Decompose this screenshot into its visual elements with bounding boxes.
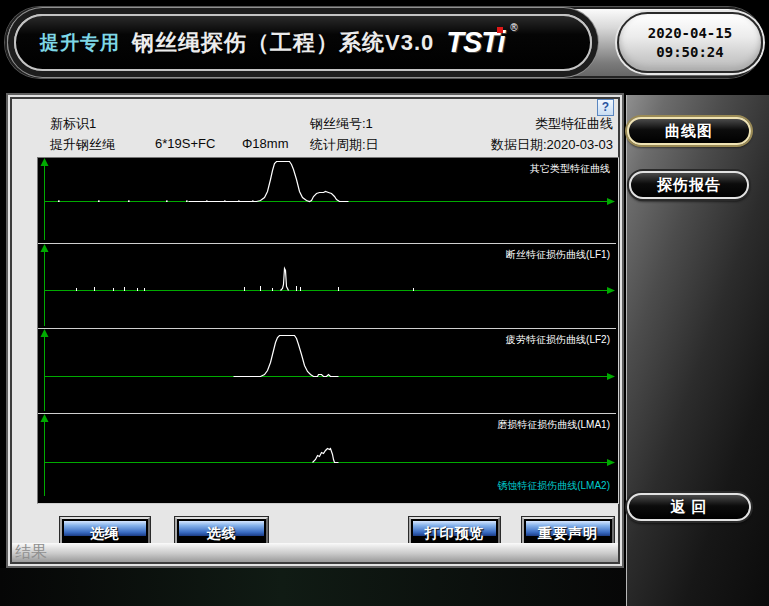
data-date: 数据日期:2020-03-03 [491,136,613,154]
panel-label: 断丝特征损伤曲线(LF1) [506,248,610,262]
back-button[interactable]: 返 回 [627,493,751,521]
date-text: 2020-04-15 [648,24,732,43]
chart-panel-1: 其它类型特征曲线 [38,158,616,243]
tsti-logo: TSTi® [446,26,516,59]
panel-label: 其它类型特征曲线 [530,162,610,176]
rope-spec: 6*19S+FC [155,136,215,151]
rope-diameter: Φ18mm [242,136,289,151]
curve-view-button[interactable]: 曲线图 [627,117,751,145]
app-title: 钢丝绳探伤（工程）系统V3.0 [132,28,434,58]
chart-panel-4: 磨损特征损伤曲线(LMA1)锈蚀特征损伤曲线(LMA2) [38,413,616,498]
status-strip: 结果 [12,543,618,562]
status-text: 结果 [15,542,47,563]
panel-label: 疲劳特征损伤曲线(LF2) [506,333,610,347]
rope-name: 提升钢丝绳 [50,136,115,154]
rope-label-name: 新标识1 [50,115,96,133]
sidebar: 曲线图 探伤报告 返 回 [626,95,769,606]
mode-badge: 提升专用 [40,30,120,56]
curve-type-label: 类型特征曲线 [535,115,613,133]
logo-red-dot [497,27,503,33]
rope-number: 钢丝绳号:1 [310,115,373,133]
stat-period: 统计周期:日 [310,136,379,154]
help-button[interactable]: ? [597,99,614,116]
panel-label-secondary: 锈蚀特征损伤曲线(LMA2) [497,479,610,493]
title-bar: 提升专用 钢丝绳探伤（工程）系统V3.0 TSTi® [14,14,592,71]
screen: { "colors": { "axis_green": "#00aa00", "… [0,0,769,606]
registered-mark: ® [510,22,516,33]
time-text: 09:50:24 [656,43,723,62]
report-button[interactable]: 探伤报告 [629,171,749,199]
chart-panel-2: 断丝特征损伤曲线(LF1) [38,243,616,328]
chart-area: 其它类型特征曲线断丝特征损伤曲线(LF1)疲劳特征损伤曲线(LF2)磨损特征损伤… [37,157,619,504]
bottom-strip [0,568,626,606]
chart-panel-3: 疲劳特征损伤曲线(LF2) [38,328,616,413]
panel-label: 磨损特征损伤曲线(LMA1) [497,418,610,432]
datetime-display: 2020-04-15 09:50:24 [617,12,763,73]
main-window: ? 新标识1 钢丝绳号:1 类型特征曲线 提升钢丝绳 6*19S+FC Φ18m… [10,97,620,564]
